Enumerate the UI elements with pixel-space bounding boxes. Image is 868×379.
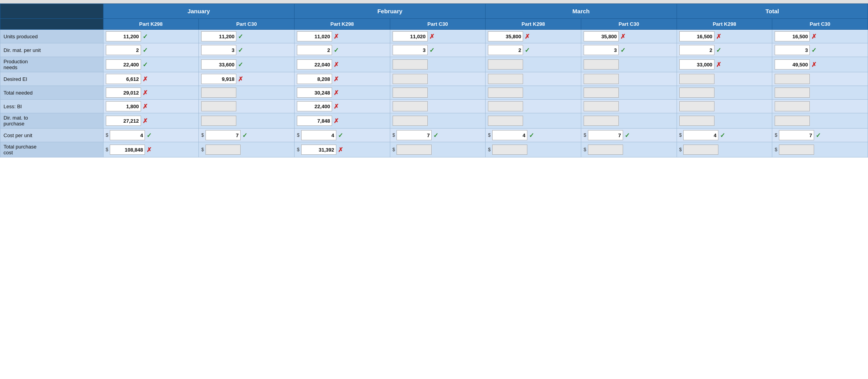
cell-wrap: ✓ — [393, 45, 483, 55]
cell-input[interactable] — [297, 88, 332, 98]
cell-input[interactable] — [205, 145, 241, 155]
cell-input[interactable] — [779, 145, 814, 155]
cell-input[interactable] — [679, 74, 714, 84]
cell-input[interactable] — [110, 130, 145, 140]
dollar-sign: $ — [201, 147, 204, 152]
cell-wrap: ✗ — [679, 59, 770, 70]
month-total: Total — [677, 4, 868, 19]
cell-input[interactable] — [588, 130, 623, 140]
cell-input[interactable] — [584, 31, 619, 41]
cell-input[interactable] — [775, 101, 810, 111]
cell-input[interactable] — [775, 45, 810, 55]
cell-input[interactable] — [110, 145, 145, 155]
data-cell: ✗ — [772, 57, 868, 72]
cell-input[interactable] — [297, 31, 332, 41]
cell-wrap: $✗ — [297, 145, 388, 155]
cell-wrap: ✗ — [106, 74, 196, 84]
cell-input[interactable] — [779, 130, 814, 140]
cross-icon: ✗ — [620, 33, 625, 40]
cell-input[interactable] — [106, 88, 141, 98]
cell-input[interactable] — [393, 88, 428, 98]
cell-input[interactable] — [584, 116, 619, 126]
cell-input[interactable] — [488, 59, 523, 70]
cell-input[interactable] — [393, 116, 428, 126]
cell-input[interactable] — [679, 59, 714, 70]
cell-input[interactable] — [683, 145, 718, 155]
cell-input[interactable] — [492, 145, 527, 155]
data-cell: $✓ — [772, 129, 868, 142]
cell-input[interactable] — [301, 130, 336, 140]
cell-input[interactable] — [393, 74, 428, 84]
cell-input[interactable] — [106, 31, 141, 41]
dollar-sign: $ — [201, 132, 204, 138]
data-cell — [772, 72, 868, 86]
cell-input[interactable] — [488, 74, 523, 84]
cell-input[interactable] — [683, 130, 718, 140]
check-icon: ✓ — [238, 46, 243, 54]
cell-input[interactable] — [679, 116, 714, 126]
data-cell: ✓ — [199, 57, 295, 72]
cell-input[interactable] — [488, 31, 523, 41]
cell-input[interactable] — [205, 130, 241, 140]
cell-input[interactable] — [584, 74, 619, 84]
cell-input[interactable] — [393, 45, 428, 55]
cell-input[interactable] — [679, 45, 714, 55]
data-cell: $✓ — [199, 129, 295, 142]
cell-input[interactable] — [775, 74, 810, 84]
cell-wrap — [393, 88, 483, 98]
cell-input[interactable] — [775, 88, 810, 98]
cell-input[interactable] — [106, 59, 141, 70]
cell-input[interactable] — [584, 88, 619, 98]
cell-input[interactable] — [201, 31, 236, 41]
data-cell: ✓ — [103, 30, 199, 43]
cell-input[interactable] — [492, 130, 527, 140]
cell-input[interactable] — [396, 130, 432, 140]
cell-wrap: $✗ — [106, 145, 196, 155]
data-cell: ✓ — [103, 57, 199, 72]
cell-input[interactable] — [488, 88, 523, 98]
cell-input[interactable] — [393, 31, 428, 41]
cell-input[interactable] — [297, 101, 332, 111]
cell-input[interactable] — [393, 101, 428, 111]
cell-input[interactable] — [201, 116, 236, 126]
cell-input[interactable] — [488, 116, 523, 126]
cell-input[interactable] — [106, 101, 141, 111]
cell-input[interactable] — [393, 59, 428, 70]
cell-input[interactable] — [396, 145, 432, 155]
cell-input[interactable] — [679, 31, 714, 41]
cross-icon: ✗ — [334, 61, 339, 68]
cell-input[interactable] — [775, 116, 810, 126]
cell-input[interactable] — [301, 145, 336, 155]
cell-input[interactable] — [584, 45, 619, 55]
cell-input[interactable] — [297, 59, 332, 70]
cross-icon: ✗ — [334, 89, 339, 97]
data-cell: $✓ — [486, 129, 581, 142]
cell-input[interactable] — [584, 101, 619, 111]
cell-input[interactable] — [584, 59, 619, 70]
data-cell: ✓ — [581, 43, 677, 57]
data-cell — [486, 86, 581, 100]
cell-wrap: $✓ — [297, 130, 388, 140]
cell-input[interactable] — [201, 88, 236, 98]
cell-wrap: $✓ — [201, 130, 292, 140]
cell-input[interactable] — [201, 59, 236, 70]
cell-input[interactable] — [201, 101, 236, 111]
cross-icon: ✗ — [334, 117, 339, 125]
cell-input[interactable] — [775, 59, 810, 70]
cell-input[interactable] — [488, 45, 523, 55]
data-cell: ✗ — [103, 86, 199, 100]
cell-input[interactable] — [106, 74, 141, 84]
cell-input[interactable] — [106, 45, 141, 55]
cell-input[interactable] — [679, 88, 714, 98]
cell-input[interactable] — [488, 101, 523, 111]
cell-input[interactable] — [297, 74, 332, 84]
cell-input[interactable] — [106, 116, 141, 126]
cell-input[interactable] — [201, 74, 236, 84]
cell-input[interactable] — [679, 101, 714, 111]
cell-wrap: ✗ — [106, 116, 196, 126]
cell-input[interactable] — [201, 45, 236, 55]
cell-input[interactable] — [297, 116, 332, 126]
cell-input[interactable] — [775, 31, 810, 41]
cell-input[interactable] — [297, 45, 332, 55]
cell-input[interactable] — [588, 145, 623, 155]
